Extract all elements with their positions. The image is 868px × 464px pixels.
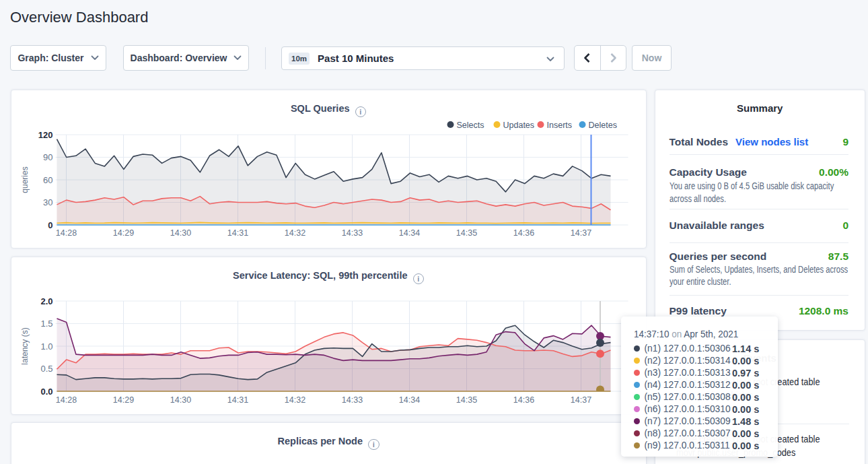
svg-text:0.0: 0.0 <box>40 387 52 397</box>
svg-text:Inserts: Inserts <box>546 121 572 130</box>
svg-text:14:32: 14:32 <box>284 228 305 238</box>
svg-text:14:34: 14:34 <box>398 395 419 405</box>
svg-text:14:32: 14:32 <box>284 395 305 405</box>
svg-text:30: 30 <box>43 197 52 207</box>
svg-text:Selects: Selects <box>456 121 484 130</box>
svg-text:queries: queries <box>20 166 30 193</box>
svg-text:0.5: 0.5 <box>40 364 52 374</box>
svg-text:14:33: 14:33 <box>341 395 362 405</box>
svg-text:14:35: 14:35 <box>456 228 476 238</box>
svg-text:0: 0 <box>48 220 52 230</box>
svg-text:14:30: 14:30 <box>170 228 190 238</box>
svg-text:14:33: 14:33 <box>341 228 362 238</box>
svg-text:14:37: 14:37 <box>570 395 591 405</box>
svg-text:14:36: 14:36 <box>513 228 534 238</box>
svg-text:2.0: 2.0 <box>40 296 52 306</box>
svg-text:14:34: 14:34 <box>398 228 419 238</box>
svg-text:14:36: 14:36 <box>513 395 534 405</box>
svg-text:1.0: 1.0 <box>40 341 52 352</box>
svg-text:90: 90 <box>43 152 52 162</box>
svg-text:14:31: 14:31 <box>227 395 248 405</box>
svg-text:14:28: 14:28 <box>55 395 76 405</box>
svg-text:14:31: 14:31 <box>227 228 248 238</box>
svg-text:14:28: 14:28 <box>55 228 76 238</box>
svg-text:14:29: 14:29 <box>112 228 133 238</box>
svg-text:60: 60 <box>43 175 52 185</box>
svg-text:14:35: 14:35 <box>456 395 476 405</box>
svg-text:14:30: 14:30 <box>170 395 190 405</box>
svg-text:Updates: Updates <box>503 121 534 130</box>
svg-text:latency (s): latency (s) <box>20 327 30 364</box>
svg-text:14:37: 14:37 <box>570 228 591 238</box>
svg-text:14:29: 14:29 <box>112 395 133 405</box>
svg-text:120: 120 <box>38 130 52 140</box>
svg-text:Deletes: Deletes <box>588 121 616 130</box>
svg-text:1.5: 1.5 <box>40 319 52 329</box>
